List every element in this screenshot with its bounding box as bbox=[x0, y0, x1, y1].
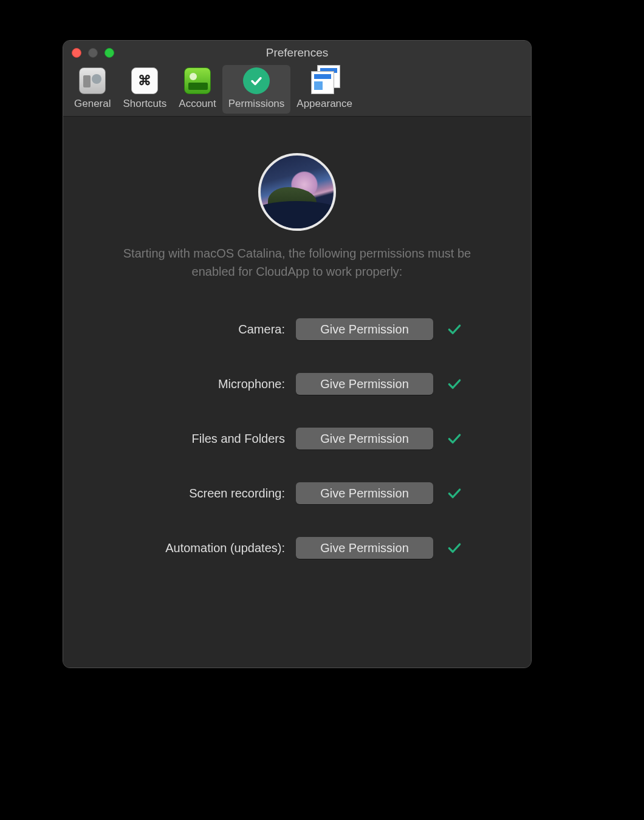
tab-label: Shortcuts bbox=[123, 98, 166, 110]
zoom-button[interactable] bbox=[104, 48, 114, 58]
permission-row-screen-recording: Screen recording: Give Permission bbox=[132, 482, 462, 504]
minimize-button[interactable] bbox=[88, 48, 98, 58]
tab-label: Appearance bbox=[296, 98, 352, 110]
permission-row-camera: Camera: Give Permission bbox=[132, 318, 462, 340]
tab-appearance[interactable]: Appearance bbox=[290, 65, 358, 114]
give-permission-button-screen-recording[interactable]: Give Permission bbox=[296, 482, 433, 504]
checkmark-circle-icon bbox=[243, 67, 270, 94]
window-controls bbox=[72, 48, 114, 58]
check-icon bbox=[447, 485, 462, 501]
preferences-toolbar: General ⌘ Shortcuts Account Permissions … bbox=[63, 65, 531, 117]
general-icon bbox=[79, 67, 106, 94]
permission-label: Camera: bbox=[132, 323, 296, 337]
account-icon bbox=[184, 67, 211, 94]
permission-row-files-folders: Files and Folders Give Permission bbox=[132, 428, 462, 449]
permission-row-microphone: Microphone: Give Permission bbox=[132, 373, 462, 395]
intro-text: Starting with macOS Catalina, the follow… bbox=[121, 244, 473, 281]
tab-label: Permissions bbox=[228, 98, 285, 110]
give-permission-button-automation[interactable]: Give Permission bbox=[296, 537, 433, 559]
permissions-pane: Starting with macOS Catalina, the follow… bbox=[63, 117, 531, 668]
tab-label: Account bbox=[179, 98, 216, 110]
check-icon bbox=[447, 431, 462, 446]
permission-row-automation: Automation (updates): Give Permission bbox=[132, 537, 462, 559]
tab-account[interactable]: Account bbox=[173, 65, 222, 114]
command-icon: ⌘ bbox=[131, 67, 158, 94]
tab-shortcuts[interactable]: ⌘ Shortcuts bbox=[117, 65, 173, 114]
tab-permissions[interactable]: Permissions bbox=[222, 65, 291, 114]
check-icon bbox=[447, 376, 462, 392]
permissions-list: Camera: Give Permission Microphone: Give… bbox=[132, 318, 462, 559]
give-permission-button-camera[interactable]: Give Permission bbox=[296, 318, 433, 340]
check-icon bbox=[447, 321, 462, 337]
macos-catalina-icon bbox=[258, 153, 336, 231]
close-button[interactable] bbox=[72, 48, 81, 58]
window-title: Preferences bbox=[63, 46, 531, 60]
check-icon bbox=[447, 540, 462, 556]
give-permission-button-microphone[interactable]: Give Permission bbox=[296, 373, 433, 395]
tab-label: General bbox=[74, 98, 111, 110]
preferences-window: Preferences General ⌘ Shortcuts Account … bbox=[63, 40, 532, 668]
titlebar: Preferences bbox=[63, 41, 531, 65]
appearance-icon bbox=[311, 67, 338, 94]
permission-label: Files and Folders bbox=[132, 432, 296, 446]
tab-general[interactable]: General bbox=[68, 65, 117, 114]
permission-label: Microphone: bbox=[132, 377, 296, 391]
permission-label: Screen recording: bbox=[132, 487, 296, 501]
permission-label: Automation (updates): bbox=[132, 541, 296, 555]
give-permission-button-files-folders[interactable]: Give Permission bbox=[296, 428, 433, 449]
